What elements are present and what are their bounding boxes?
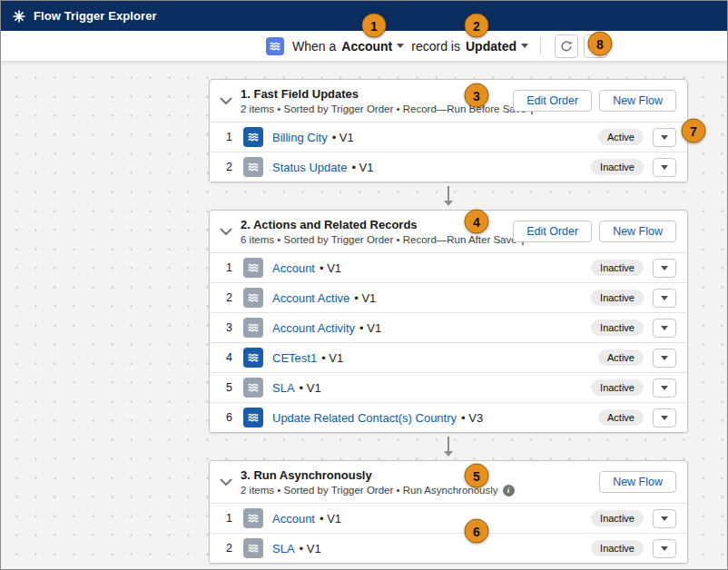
collapse-chevron-icon[interactable] xyxy=(220,228,232,236)
new-flow-button[interactable]: New Flow xyxy=(599,221,676,242)
arrow-head xyxy=(444,451,453,457)
chevron-down-icon xyxy=(661,135,668,140)
row-actions-dropdown[interactable] xyxy=(653,349,676,368)
row-index: 4 xyxy=(226,351,240,364)
status-badge: Inactive xyxy=(591,159,644,175)
chevron-down-icon xyxy=(661,326,668,330)
chevron-down-icon xyxy=(661,266,668,270)
collapse-chevron-icon[interactable] xyxy=(220,478,232,486)
chevron-down-icon xyxy=(661,386,668,390)
annotation-callout: 7 xyxy=(682,119,706,143)
refresh-button[interactable] xyxy=(555,34,578,58)
row-index: 1 xyxy=(226,512,240,525)
flow-version: • V1 xyxy=(300,381,321,395)
chevron-down-icon xyxy=(521,44,528,48)
section-header: 3. Run Asynchronously2 items • Sorted by… xyxy=(210,461,687,503)
info-icon[interactable]: i xyxy=(503,485,515,496)
flow-name-link[interactable]: Account Active xyxy=(272,291,349,305)
flow-name-link[interactable]: Update Related Contact(s) Country xyxy=(272,411,457,425)
new-flow-button[interactable]: New Flow xyxy=(599,471,676,493)
chevron-down-icon xyxy=(661,356,668,360)
flow-name-link[interactable]: Account xyxy=(272,261,315,275)
row-index: 6 xyxy=(226,411,240,424)
record-triggered-flow-icon xyxy=(266,37,284,55)
main-canvas: 1. Fast Field Updates2 items • Sorted by… xyxy=(1,62,727,570)
flow-name-link[interactable]: Account Activity xyxy=(272,321,355,335)
flow-row: 4CETest1• V1Active xyxy=(210,342,687,372)
chevron-down-icon xyxy=(661,296,668,300)
flow-row: 3Account Activity• V1Inactive xyxy=(210,312,687,342)
edit-order-button[interactable]: Edit Order xyxy=(513,90,592,112)
row-index: 2 xyxy=(226,542,240,555)
row-actions-dropdown[interactable] xyxy=(653,509,676,528)
status-badge: Inactive xyxy=(591,379,644,396)
chevron-down-icon xyxy=(661,546,668,551)
flow-record-icon xyxy=(243,538,263,558)
annotation-callout: 8 xyxy=(588,32,613,56)
collapse-chevron-icon[interactable] xyxy=(220,97,232,105)
flow-row: 5SLA• V1Inactive xyxy=(210,372,687,402)
row-actions-dropdown[interactable] xyxy=(653,259,676,278)
toolbar-divider xyxy=(540,37,541,55)
edit-order-button[interactable]: Edit Order xyxy=(513,221,592,242)
row-actions-dropdown[interactable] xyxy=(653,319,676,338)
section-header: 2. Actions and Related Records6 items • … xyxy=(210,211,687,252)
screen: Flow Trigger Explorer When a Account rec… xyxy=(0,0,728,570)
section-meta: 2 items • Sorted by Trigger Order • Run … xyxy=(241,485,599,496)
object-select[interactable]: Account xyxy=(341,39,404,54)
row-actions-dropdown[interactable] xyxy=(653,539,676,558)
status-badge: Inactive xyxy=(591,260,644,276)
annotation-callout: 4 xyxy=(465,210,489,234)
chevron-down-icon xyxy=(661,165,668,170)
flow-record-icon xyxy=(243,127,263,147)
flow-name-link[interactable]: Billing City xyxy=(272,131,328,144)
row-index: 2 xyxy=(226,291,240,304)
chevron-down-icon xyxy=(661,416,668,420)
section-meta-text: 6 items • Sorted by Trigger Order • Reco… xyxy=(241,234,517,245)
flow-row: 1Billing City• V1Active xyxy=(210,122,687,152)
arrow-head xyxy=(444,201,453,206)
status-badge: Active xyxy=(598,409,644,426)
object-select-value: Account xyxy=(341,39,392,54)
flow-section: 3. Run Asynchronously2 items • Sorted by… xyxy=(209,460,688,564)
row-actions-dropdown[interactable] xyxy=(653,289,676,308)
status-badge: Active xyxy=(598,349,644,366)
event-select-value: Updated xyxy=(466,39,516,54)
row-index: 2 xyxy=(226,161,240,173)
row-index: 3 xyxy=(226,321,240,334)
annotation-callout: 5 xyxy=(465,464,489,488)
status-badge: Inactive xyxy=(591,319,644,336)
status-badge: Inactive xyxy=(591,290,644,306)
chevron-down-icon xyxy=(397,44,404,48)
flow-name-link[interactable]: SLA xyxy=(272,381,295,395)
section-buttons: Edit OrderNew Flow xyxy=(513,221,676,242)
flow-version: • V1 xyxy=(320,261,341,275)
section-meta-text: 2 items • Sorted by Trigger Order • Run … xyxy=(241,485,498,496)
row-actions-dropdown[interactable] xyxy=(653,128,676,147)
event-select[interactable]: Updated xyxy=(466,39,528,54)
context-toolbar: When a Account record is Updated xyxy=(1,31,727,62)
flow-name-link[interactable]: CETest1 xyxy=(272,351,317,365)
trigger-context-group: When a Account record is Updated xyxy=(266,34,607,58)
section-meta: 6 items • Sorted by Trigger Order • Reco… xyxy=(241,234,513,246)
flow-name-link[interactable]: Account xyxy=(272,512,315,526)
section-title: 3. Run Asynchronously xyxy=(241,468,599,482)
flow-name-link[interactable]: Status Update xyxy=(272,161,347,174)
row-index: 5 xyxy=(226,381,240,394)
flow-row: 1Account• V1Inactive xyxy=(210,252,687,282)
flow-version: • V3 xyxy=(461,411,483,425)
row-actions-dropdown[interactable] xyxy=(653,378,676,398)
flow-version: • V1 xyxy=(300,542,321,555)
flow-version: • V1 xyxy=(351,161,373,174)
arrow-line xyxy=(448,186,449,201)
new-flow-button[interactable]: New Flow xyxy=(599,90,676,112)
section-buttons: Edit OrderNew Flow xyxy=(513,90,676,112)
chevron-down-icon xyxy=(661,516,668,521)
row-actions-dropdown[interactable] xyxy=(653,408,676,428)
flow-record-icon xyxy=(243,258,263,278)
flow-name-link[interactable]: SLA xyxy=(272,542,295,555)
flow-record-icon xyxy=(243,508,263,528)
flow-record-icon xyxy=(243,318,263,338)
annotation-callout: 2 xyxy=(465,14,489,38)
row-actions-dropdown[interactable] xyxy=(653,158,676,177)
